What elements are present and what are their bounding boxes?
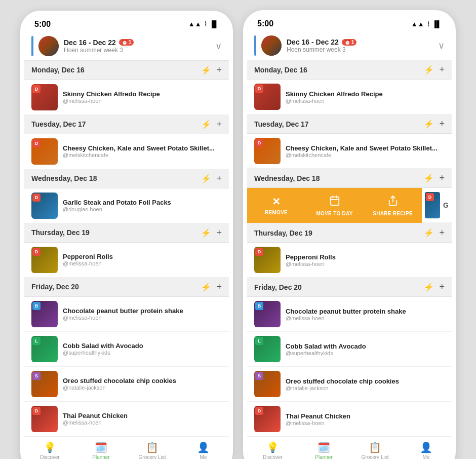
- plus-icon-monday-right[interactable]: +: [439, 64, 445, 75]
- meal-item-cheesy-left[interactable]: D Cheesy Chicken, Kale and Sweet Potato …: [24, 134, 229, 169]
- battery-icon-right: ▐▌: [432, 20, 442, 28]
- meal-item-shake-left[interactable]: B Chocolate peanut butter protein shake …: [24, 297, 229, 332]
- plus-icon-wednesday-left[interactable]: +: [216, 173, 222, 184]
- plus-icon-friday-left[interactable]: +: [216, 282, 222, 292]
- meal-thumb-cookies-left: S: [31, 371, 58, 397]
- meal-author-chicken-left: @melissa-hoen: [63, 98, 222, 104]
- bolt-icon-tuesday-left[interactable]: ⚡: [201, 120, 211, 129]
- nav-grocery-right[interactable]: 📋 Grocery List: [349, 441, 401, 459]
- meal-item-salad-left[interactable]: L Cobb Salad with Avocado @superhealthyk…: [24, 332, 229, 367]
- swipe-share-btn[interactable]: Share Recipe: [364, 188, 422, 223]
- chevron-down-right[interactable]: ∨: [438, 40, 445, 51]
- nav-discover-right[interactable]: 💡 Discover: [247, 441, 298, 459]
- bolt-icon-wednesday-right[interactable]: ⚡: [424, 173, 434, 183]
- bolt-icon-tuesday-right[interactable]: ⚡: [424, 119, 434, 129]
- meal-item-cookies-right[interactable]: S Oreo stuffed chocolate chip cookies @n…: [247, 367, 452, 402]
- swipe-movetoday-btn[interactable]: Move to Day: [305, 188, 364, 223]
- day-actions-thursday-right: ⚡ +: [424, 227, 445, 238]
- meal-thumb-pepperoni-right: D: [254, 247, 281, 273]
- meal-info-shake-left: Chocolate peanut butter protein shake @m…: [63, 307, 222, 321]
- plus-icon-wednesday-right[interactable]: +: [439, 173, 445, 183]
- meal-item-steak-left[interactable]: D Garlic Steak and Potato Foil Packs @do…: [24, 188, 229, 223]
- header-info-left: Dec 16 - Dec 22 ⏰ 1 Hoen summer week 3: [64, 39, 210, 54]
- meal-thumb-chicken-left: D: [31, 84, 58, 110]
- day-header-friday-right: Friday, Dec 20 ⚡ +: [247, 278, 452, 297]
- swipe-actions-wednesday-right: ✕ Remove Move to Day: [247, 188, 422, 223]
- plus-icon-monday-left[interactable]: +: [216, 65, 222, 75]
- nav-me-left[interactable]: 👤 Me: [178, 441, 229, 460]
- day-actions-thursday-left: ⚡ +: [201, 227, 222, 238]
- plus-icon-thursday-left[interactable]: +: [216, 227, 222, 238]
- bolt-icon-monday-left[interactable]: ⚡: [201, 65, 211, 75]
- phone-right: 5:00 ▲▲ ⌇ ▐▌ Dec 16 - Dec 22 ⏰: [243, 10, 456, 459]
- blue-accent-bar-left: [31, 36, 33, 56]
- meal-item-cheesy-right[interactable]: D Cheesy Chicken, Kale and Sweet Potato …: [247, 134, 452, 169]
- bolt-icon-thursday-left[interactable]: ⚡: [201, 228, 211, 238]
- nav-discover-icon-left: 💡: [44, 441, 56, 453]
- day-actions-wednesday-left: ⚡ +: [201, 173, 222, 184]
- status-bar-right: 5:00 ▲▲ ⌇ ▐▌: [247, 14, 452, 31]
- meal-item-pepperoni-left[interactable]: D Pepperoni Rolls @melissa-hoen: [24, 243, 229, 278]
- avatar-left: [38, 36, 59, 56]
- meal-author-chicken-right: @melissa-hoen: [286, 98, 445, 104]
- status-time-right: 5:00: [257, 19, 273, 28]
- meal-name-pepperoni-left: Pepperoni Rolls: [63, 253, 222, 260]
- day-label-tuesday-left: Tuesday, Dec 17: [31, 120, 86, 128]
- meal-item-chicken-left[interactable]: D Skinny Chicken Alfredo Recipe @melissa…: [24, 80, 229, 115]
- meal-author-pepperoni-left: @melissa-hoen: [63, 260, 222, 266]
- bolt-icon-friday-right[interactable]: ⚡: [424, 282, 434, 292]
- meal-item-chicken-right[interactable]: D Skinny Chicken Alfredo Recipe @melissa…: [247, 80, 452, 114]
- meal-info-salad-right: Cobb Salad with Avocado @superhealthykid…: [286, 342, 445, 356]
- date-range-right: Dec 16 - Dec 22: [287, 38, 339, 46]
- partial-thumb-right: D: [425, 192, 440, 218]
- meal-author-shake-left: @melissa-hoen: [63, 315, 222, 321]
- badge-cheesy-left: D: [32, 139, 41, 147]
- nav-planner-right[interactable]: 🗓️ Planner: [298, 441, 349, 459]
- meal-name-salad-right: Cobb Salad with Avocado: [286, 342, 445, 350]
- meal-name-cheesy-right: Cheesy Chicken, Kale and Sweet Potato Sk…: [286, 144, 445, 152]
- badge-chicken-left: D: [32, 85, 41, 93]
- nav-grocery-label-right: Grocery List: [362, 454, 389, 459]
- day-header-thursday-left: Thursday, Dec 19 ⚡ +: [24, 223, 229, 243]
- nav-discover-left[interactable]: 💡 Discover: [24, 441, 75, 460]
- meal-thumb-pepperoni-left: D: [31, 247, 58, 273]
- meal-info-cookies-right: Oreo stuffed chocolate chip cookies @nat…: [286, 377, 445, 391]
- meal-author-pepperoni-right: @melissa-hoen: [286, 261, 445, 267]
- meal-author-shake-right: @melissa-hoen: [286, 315, 445, 321]
- day-header-friday-left: Friday, Dec 20 ⚡ +: [24, 278, 229, 297]
- bolt-icon-monday-right[interactable]: ⚡: [424, 65, 434, 74]
- meal-author-cookies-right: @natalie-jackson: [286, 385, 445, 391]
- nav-me-right[interactable]: 👤 Me: [401, 441, 452, 459]
- meal-item-salad-right[interactable]: L Cobb Salad with Avocado @superhealthyk…: [247, 332, 452, 367]
- bolt-icon-friday-left[interactable]: ⚡: [201, 282, 211, 292]
- nav-grocery-left[interactable]: 📋 Grocery List: [127, 441, 178, 460]
- meal-thumb-cheesy-left: D: [31, 138, 58, 165]
- day-label-tuesday-right: Tuesday, Dec 17: [254, 120, 309, 128]
- alarm-icon-left: ⏰: [122, 40, 128, 45]
- meal-item-shake-right[interactable]: B Chocolate peanut butter protein shake …: [247, 297, 452, 332]
- meal-item-thai-left[interactable]: D Thai Peanut Chicken @melissa-hoen: [24, 402, 229, 437]
- day-actions-tuesday-left: ⚡ +: [201, 119, 222, 130]
- notif-count-left: 1: [129, 40, 132, 45]
- nav-me-icon-right: 👤: [420, 441, 432, 453]
- share-icon: [387, 195, 399, 209]
- blue-accent-bar-right: [254, 35, 256, 56]
- meal-item-pepperoni-right[interactable]: D Pepperoni Rolls @melissa-hoen: [247, 243, 452, 278]
- bolt-icon-thursday-right[interactable]: ⚡: [424, 228, 434, 238]
- signal-icon-left: ▲▲: [188, 20, 202, 28]
- plus-icon-tuesday-right[interactable]: +: [439, 119, 445, 129]
- chevron-down-left[interactable]: ∨: [215, 41, 222, 52]
- plus-icon-tuesday-left[interactable]: +: [216, 119, 222, 130]
- day-actions-tuesday-right: ⚡ +: [424, 119, 445, 129]
- meal-item-thai-right[interactable]: D Thai Peanut Chicken @melissa-hoen: [247, 402, 452, 437]
- plus-icon-friday-right[interactable]: +: [439, 282, 445, 292]
- swipe-remove-btn[interactable]: ✕ Remove: [247, 188, 305, 223]
- plus-icon-thursday-right[interactable]: +: [439, 227, 445, 238]
- nav-planner-left[interactable]: 🗓️ Planner: [75, 441, 127, 460]
- bolt-icon-wednesday-left[interactable]: ⚡: [201, 174, 211, 183]
- status-icons-left: ▲▲ ⌇ ▐▌: [188, 20, 219, 28]
- meal-item-cookies-left[interactable]: S Oreo stuffed chocolate chip cookies @n…: [24, 367, 229, 402]
- meal-thumb-shake-left: B: [31, 301, 58, 327]
- nav-discover-label-left: Discover: [40, 454, 60, 460]
- badge-shake-left: B: [32, 302, 41, 310]
